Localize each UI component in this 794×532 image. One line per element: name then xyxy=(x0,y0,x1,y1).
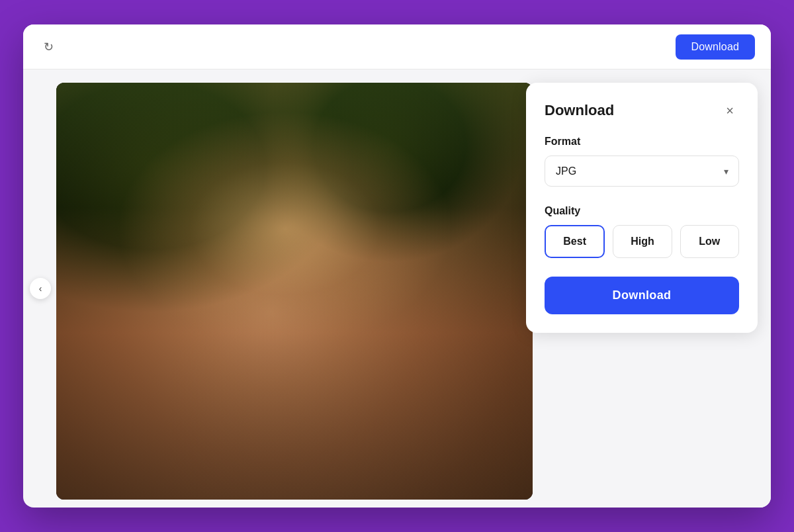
main-content: ‹ Download × Format JPG PNG xyxy=(23,69,771,508)
modal-title: Download xyxy=(545,102,614,119)
format-select[interactable]: JPG PNG WEBP SVG xyxy=(545,155,739,187)
quality-high-button[interactable]: High xyxy=(613,225,672,258)
photo-image xyxy=(56,83,533,500)
photo-container xyxy=(56,83,533,500)
quality-best-button[interactable]: Best xyxy=(545,225,605,258)
download-action-button[interactable]: Download xyxy=(545,277,739,314)
image-area: ‹ xyxy=(23,69,533,508)
quality-label: Quality xyxy=(545,205,739,217)
download-modal: Download × Format JPG PNG WEBP SVG ▾ Qua… xyxy=(526,83,758,333)
right-panel: Download × Format JPG PNG WEBP SVG ▾ Qua… xyxy=(533,69,771,508)
nav-arrow-left[interactable]: ‹ xyxy=(30,278,51,299)
toolbar: ↻ Download xyxy=(23,24,771,69)
modal-header: Download × xyxy=(545,101,739,120)
quality-options: Best High Low xyxy=(545,225,739,258)
format-select-wrapper: JPG PNG WEBP SVG ▾ xyxy=(545,155,739,187)
quality-low-button[interactable]: Low xyxy=(680,225,739,258)
modal-close-button[interactable]: × xyxy=(721,101,739,120)
format-label: Format xyxy=(545,136,739,148)
toolbar-left: ↻ xyxy=(39,38,58,56)
app-window: ↻ Download ‹ Download × Format xyxy=(23,24,771,508)
header-download-button[interactable]: Download xyxy=(676,34,755,60)
refresh-icon[interactable]: ↻ xyxy=(39,38,58,56)
